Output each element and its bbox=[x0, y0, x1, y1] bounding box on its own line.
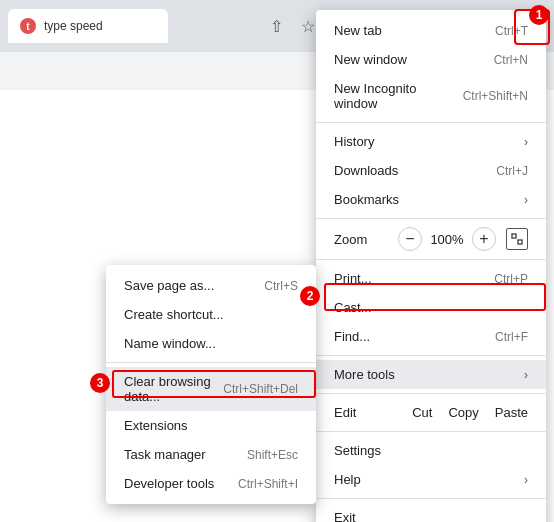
menu-item-cast[interactable]: Cast... bbox=[316, 293, 546, 322]
menu-label-new-tab: New tab bbox=[334, 23, 382, 38]
divider-2 bbox=[316, 218, 546, 219]
submenu-label-developer-tools: Developer tools bbox=[124, 476, 214, 491]
shortcut-print: Ctrl+P bbox=[494, 272, 528, 286]
shortcut-task-manager: Shift+Esc bbox=[247, 448, 298, 462]
zoom-plus-button[interactable]: + bbox=[472, 227, 496, 251]
shortcut-save-page: Ctrl+S bbox=[264, 279, 298, 293]
divider-5 bbox=[316, 393, 546, 394]
shortcut-incognito: Ctrl+Shift+N bbox=[463, 89, 528, 103]
submenu-label-clear-browsing: Clear browsing data... bbox=[124, 374, 223, 404]
active-tab[interactable]: t type speed bbox=[8, 9, 168, 43]
tab-favicon: t bbox=[20, 18, 36, 34]
zoom-label: Zoom bbox=[334, 232, 398, 247]
submenu-item-save-page[interactable]: Save page as... Ctrl+S bbox=[106, 271, 316, 300]
submenu-divider-1 bbox=[106, 362, 316, 363]
menu-item-settings[interactable]: Settings bbox=[316, 436, 546, 465]
submenu-item-clear-browsing[interactable]: Clear browsing data... Ctrl+Shift+Del bbox=[106, 367, 316, 411]
divider-4 bbox=[316, 355, 546, 356]
menu-item-new-tab[interactable]: New tab Ctrl+T bbox=[316, 16, 546, 45]
shortcut-clear-browsing: Ctrl+Shift+Del bbox=[223, 382, 298, 396]
menu-item-more-tools[interactable]: More tools › bbox=[316, 360, 546, 389]
svg-rect-1 bbox=[518, 240, 522, 244]
shortcut-downloads: Ctrl+J bbox=[496, 164, 528, 178]
menu-item-zoom: Zoom − 100% + bbox=[316, 223, 546, 255]
svg-rect-0 bbox=[512, 234, 516, 238]
submenu-item-extensions[interactable]: Extensions bbox=[106, 411, 316, 440]
zoom-fullscreen-button[interactable] bbox=[506, 228, 528, 250]
menu-item-exit[interactable]: Exit bbox=[316, 503, 546, 522]
menu-item-edit: Edit Cut Copy Paste bbox=[316, 398, 546, 427]
menu-item-bookmarks[interactable]: Bookmarks › bbox=[316, 185, 546, 214]
step3-badge: 3 bbox=[90, 373, 110, 393]
submenu-label-extensions: Extensions bbox=[124, 418, 188, 433]
divider-7 bbox=[316, 498, 546, 499]
menu-label-print: Print... bbox=[334, 271, 372, 286]
step2-badge: 2 bbox=[300, 286, 320, 306]
submenu-item-name-window[interactable]: Name window... bbox=[106, 329, 316, 358]
shortcut-developer-tools: Ctrl+Shift+I bbox=[238, 477, 298, 491]
menu-label-settings: Settings bbox=[334, 443, 381, 458]
divider-6 bbox=[316, 431, 546, 432]
menu-label-history: History bbox=[334, 134, 374, 149]
menu-item-history[interactable]: History › bbox=[316, 127, 546, 156]
menu-label-exit: Exit bbox=[334, 510, 356, 522]
menu-label-new-window: New window bbox=[334, 52, 407, 67]
submenu-item-create-shortcut[interactable]: Create shortcut... bbox=[106, 300, 316, 329]
divider-1 bbox=[316, 122, 546, 123]
shortcut-new-window: Ctrl+N bbox=[494, 53, 528, 67]
menu-label-edit: Edit bbox=[334, 405, 356, 420]
zoom-controls: − 100% + bbox=[398, 227, 528, 251]
menu-item-find[interactable]: Find... Ctrl+F bbox=[316, 322, 546, 351]
menu-label-new-incognito: New Incognito window bbox=[334, 81, 463, 111]
share-icon[interactable]: ⇧ bbox=[262, 12, 290, 40]
divider-3 bbox=[316, 259, 546, 260]
zoom-minus-button[interactable]: − bbox=[398, 227, 422, 251]
arrow-bookmarks: › bbox=[524, 193, 528, 207]
arrow-more-tools: › bbox=[524, 368, 528, 382]
zoom-value: 100% bbox=[428, 232, 466, 247]
menu-item-new-incognito[interactable]: New Incognito window Ctrl+Shift+N bbox=[316, 74, 546, 118]
menu-item-downloads[interactable]: Downloads Ctrl+J bbox=[316, 156, 546, 185]
menu-label-downloads: Downloads bbox=[334, 163, 398, 178]
menu-item-help[interactable]: Help › bbox=[316, 465, 546, 494]
shortcut-find: Ctrl+F bbox=[495, 330, 528, 344]
submenu-label-name-window: Name window... bbox=[124, 336, 216, 351]
menu-item-print[interactable]: Print... Ctrl+P bbox=[316, 264, 546, 293]
step1-badge: 1 bbox=[529, 5, 549, 25]
copy-button[interactable]: Copy bbox=[448, 405, 478, 420]
menu-label-find: Find... bbox=[334, 329, 370, 344]
main-dropdown-menu: New tab Ctrl+T New window Ctrl+N New Inc… bbox=[316, 10, 546, 522]
arrow-history: › bbox=[524, 135, 528, 149]
submenu-item-task-manager[interactable]: Task manager Shift+Esc bbox=[106, 440, 316, 469]
shortcut-new-tab: Ctrl+T bbox=[495, 24, 528, 38]
submenu-label-task-manager: Task manager bbox=[124, 447, 206, 462]
menu-label-help: Help bbox=[334, 472, 361, 487]
cut-button[interactable]: Cut bbox=[412, 405, 432, 420]
submenu-item-developer-tools[interactable]: Developer tools Ctrl+Shift+I bbox=[106, 469, 316, 498]
menu-label-bookmarks: Bookmarks bbox=[334, 192, 399, 207]
tab-title: type speed bbox=[44, 19, 103, 33]
menu-label-cast: Cast... bbox=[334, 300, 372, 315]
menu-item-new-window[interactable]: New window Ctrl+N bbox=[316, 45, 546, 74]
paste-button[interactable]: Paste bbox=[495, 405, 528, 420]
submenu-label-create-shortcut: Create shortcut... bbox=[124, 307, 224, 322]
submenu-label-save-page: Save page as... bbox=[124, 278, 214, 293]
menu-label-more-tools: More tools bbox=[334, 367, 395, 382]
more-tools-submenu: Save page as... Ctrl+S Create shortcut..… bbox=[106, 265, 316, 504]
arrow-help: › bbox=[524, 473, 528, 487]
